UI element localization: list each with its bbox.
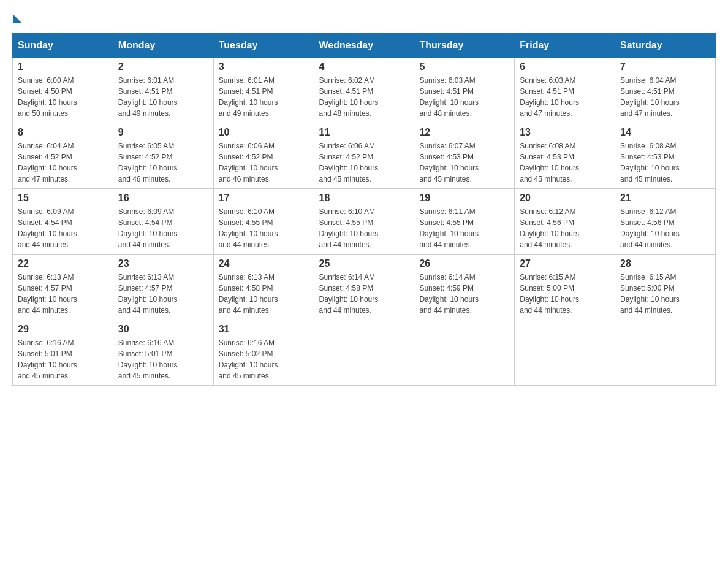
- day-info: Sunrise: 6:08 AMSunset: 4:53 PMDaylight:…: [520, 140, 610, 185]
- day-number: 18: [319, 193, 409, 204]
- day-header-tuesday: Tuesday: [213, 34, 314, 58]
- day-number: 22: [18, 258, 108, 269]
- day-number: 23: [118, 258, 208, 269]
- day-number: 16: [118, 193, 208, 204]
- day-info: Sunrise: 6:06 AMSunset: 4:52 PMDaylight:…: [319, 140, 409, 185]
- calendar-cell: [314, 320, 414, 386]
- day-header-wednesday: Wednesday: [314, 34, 414, 58]
- calendar-week-row: 29 Sunrise: 6:16 AMSunset: 5:01 PMDaylig…: [13, 320, 716, 386]
- calendar-cell: 15 Sunrise: 6:09 AMSunset: 4:54 PMDaylig…: [13, 189, 113, 255]
- calendar-cell: [515, 320, 615, 386]
- calendar-cell: 22 Sunrise: 6:13 AMSunset: 4:57 PMDaylig…: [13, 255, 113, 320]
- calendar-cell: 18 Sunrise: 6:10 AMSunset: 4:55 PMDaylig…: [314, 189, 414, 255]
- calendar-cell: 26 Sunrise: 6:14 AMSunset: 4:59 PMDaylig…: [414, 255, 515, 320]
- day-number: 20: [520, 193, 610, 204]
- day-info: Sunrise: 6:12 AMSunset: 4:56 PMDaylight:…: [520, 206, 610, 250]
- day-info: Sunrise: 6:07 AMSunset: 4:53 PMDaylight:…: [419, 140, 509, 185]
- calendar-cell: 9 Sunrise: 6:05 AMSunset: 4:52 PMDayligh…: [113, 123, 213, 189]
- day-info: Sunrise: 6:14 AMSunset: 4:59 PMDaylight:…: [419, 272, 509, 316]
- calendar-week-row: 22 Sunrise: 6:13 AMSunset: 4:57 PMDaylig…: [13, 255, 716, 320]
- calendar-cell: 11 Sunrise: 6:06 AMSunset: 4:52 PMDaylig…: [314, 123, 414, 189]
- day-number: 4: [319, 61, 409, 72]
- day-info: Sunrise: 6:12 AMSunset: 4:56 PMDaylight:…: [620, 206, 710, 250]
- day-info: Sunrise: 6:08 AMSunset: 4:53 PMDaylight:…: [620, 140, 710, 185]
- day-number: 9: [118, 127, 208, 138]
- day-number: 21: [620, 193, 710, 204]
- day-info: Sunrise: 6:10 AMSunset: 4:55 PMDaylight:…: [219, 206, 309, 250]
- day-info: Sunrise: 6:13 AMSunset: 4:58 PMDaylight:…: [219, 272, 309, 316]
- calendar-cell: 31 Sunrise: 6:16 AMSunset: 5:02 PMDaylig…: [213, 320, 314, 386]
- calendar-cell: 8 Sunrise: 6:04 AMSunset: 4:52 PMDayligh…: [13, 123, 113, 189]
- day-number: 11: [319, 127, 409, 138]
- day-info: Sunrise: 6:13 AMSunset: 4:57 PMDaylight:…: [18, 272, 108, 316]
- calendar-header-row: SundayMondayTuesdayWednesdayThursdayFrid…: [13, 34, 716, 58]
- calendar-cell: 12 Sunrise: 6:07 AMSunset: 4:53 PMDaylig…: [414, 123, 515, 189]
- day-number: 6: [520, 61, 610, 72]
- calendar-cell: 19 Sunrise: 6:11 AMSunset: 4:55 PMDaylig…: [414, 189, 515, 255]
- calendar-cell: 3 Sunrise: 6:01 AMSunset: 4:51 PMDayligh…: [213, 58, 314, 123]
- day-number: 3: [219, 61, 309, 72]
- calendar-cell: 4 Sunrise: 6:02 AMSunset: 4:51 PMDayligh…: [314, 58, 414, 123]
- day-header-saturday: Saturday: [615, 34, 716, 58]
- calendar-cell: [414, 320, 515, 386]
- day-number: 15: [18, 193, 108, 204]
- day-number: 27: [520, 258, 610, 269]
- day-info: Sunrise: 6:15 AMSunset: 5:00 PMDaylight:…: [620, 272, 710, 316]
- day-number: 7: [620, 61, 710, 72]
- calendar-cell: 20 Sunrise: 6:12 AMSunset: 4:56 PMDaylig…: [515, 189, 615, 255]
- day-info: Sunrise: 6:15 AMSunset: 5:00 PMDaylight:…: [520, 272, 610, 316]
- calendar-cell: 29 Sunrise: 6:16 AMSunset: 5:01 PMDaylig…: [13, 320, 113, 386]
- day-info: Sunrise: 6:16 AMSunset: 5:01 PMDaylight:…: [18, 337, 108, 381]
- day-info: Sunrise: 6:04 AMSunset: 4:51 PMDaylight:…: [620, 75, 710, 119]
- day-info: Sunrise: 6:09 AMSunset: 4:54 PMDaylight:…: [118, 206, 208, 250]
- calendar-cell: 21 Sunrise: 6:12 AMSunset: 4:56 PMDaylig…: [615, 189, 716, 255]
- day-number: 13: [520, 127, 610, 138]
- calendar-week-row: 1 Sunrise: 6:00 AMSunset: 4:50 PMDayligh…: [13, 58, 716, 123]
- day-number: 29: [18, 324, 108, 335]
- day-header-friday: Friday: [515, 34, 615, 58]
- day-info: Sunrise: 6:11 AMSunset: 4:55 PMDaylight:…: [419, 206, 509, 250]
- day-number: 25: [319, 258, 409, 269]
- day-number: 28: [620, 258, 710, 269]
- calendar-cell: 14 Sunrise: 6:08 AMSunset: 4:53 PMDaylig…: [615, 123, 716, 189]
- calendar-cell: 1 Sunrise: 6:00 AMSunset: 4:50 PMDayligh…: [13, 58, 113, 123]
- calendar-cell: 30 Sunrise: 6:16 AMSunset: 5:01 PMDaylig…: [113, 320, 213, 386]
- day-info: Sunrise: 6:00 AMSunset: 4:50 PMDaylight:…: [18, 75, 108, 119]
- logo-arrow-icon: [13, 15, 22, 23]
- day-number: 30: [118, 324, 208, 335]
- calendar-week-row: 15 Sunrise: 6:09 AMSunset: 4:54 PMDaylig…: [13, 189, 716, 255]
- day-header-monday: Monday: [113, 34, 213, 58]
- calendar-cell: 27 Sunrise: 6:15 AMSunset: 5:00 PMDaylig…: [515, 255, 615, 320]
- calendar-cell: 28 Sunrise: 6:15 AMSunset: 5:00 PMDaylig…: [615, 255, 716, 320]
- page-header: [12, 12, 716, 21]
- logo: [12, 12, 22, 21]
- day-info: Sunrise: 6:16 AMSunset: 5:01 PMDaylight:…: [118, 337, 208, 381]
- day-number: 24: [219, 258, 309, 269]
- calendar-cell: 7 Sunrise: 6:04 AMSunset: 4:51 PMDayligh…: [615, 58, 716, 123]
- day-number: 5: [419, 61, 509, 72]
- day-number: 17: [219, 193, 309, 204]
- day-header-thursday: Thursday: [414, 34, 515, 58]
- calendar-week-row: 8 Sunrise: 6:04 AMSunset: 4:52 PMDayligh…: [13, 123, 716, 189]
- calendar-cell: 6 Sunrise: 6:03 AMSunset: 4:51 PMDayligh…: [515, 58, 615, 123]
- day-info: Sunrise: 6:01 AMSunset: 4:51 PMDaylight:…: [219, 75, 309, 119]
- day-info: Sunrise: 6:06 AMSunset: 4:52 PMDaylight:…: [219, 140, 309, 185]
- calendar-cell: 2 Sunrise: 6:01 AMSunset: 4:51 PMDayligh…: [113, 58, 213, 123]
- day-number: 1: [18, 61, 108, 72]
- calendar-cell: 13 Sunrise: 6:08 AMSunset: 4:53 PMDaylig…: [515, 123, 615, 189]
- calendar-cell: 16 Sunrise: 6:09 AMSunset: 4:54 PMDaylig…: [113, 189, 213, 255]
- calendar-cell: 10 Sunrise: 6:06 AMSunset: 4:52 PMDaylig…: [213, 123, 314, 189]
- day-info: Sunrise: 6:04 AMSunset: 4:52 PMDaylight:…: [18, 140, 108, 185]
- day-number: 31: [219, 324, 309, 335]
- day-info: Sunrise: 6:02 AMSunset: 4:51 PMDaylight:…: [319, 75, 409, 119]
- day-number: 26: [419, 258, 509, 269]
- day-number: 10: [219, 127, 309, 138]
- calendar-cell: 25 Sunrise: 6:14 AMSunset: 4:58 PMDaylig…: [314, 255, 414, 320]
- calendar-cell: [615, 320, 716, 386]
- day-info: Sunrise: 6:01 AMSunset: 4:51 PMDaylight:…: [118, 75, 208, 119]
- day-info: Sunrise: 6:09 AMSunset: 4:54 PMDaylight:…: [18, 206, 108, 250]
- day-info: Sunrise: 6:03 AMSunset: 4:51 PMDaylight:…: [520, 75, 610, 119]
- day-number: 19: [419, 193, 509, 204]
- day-header-sunday: Sunday: [13, 34, 113, 58]
- day-info: Sunrise: 6:05 AMSunset: 4:52 PMDaylight:…: [118, 140, 208, 185]
